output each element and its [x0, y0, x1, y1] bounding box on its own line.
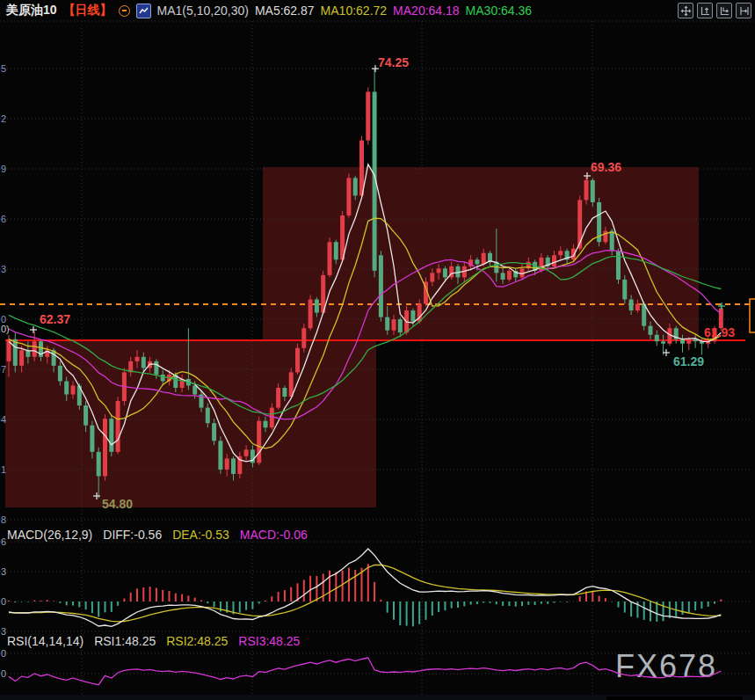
candle-body [437, 268, 441, 273]
trading-chart-window: FX67852963074186303000)74.2569.3662.3754… [0, 0, 755, 700]
move-crosshair-icon[interactable] [678, 3, 693, 18]
candle-body [83, 405, 88, 426]
candle-body [334, 242, 338, 259]
candle-body [629, 300, 634, 311]
candle-body [591, 180, 595, 202]
axis-zoom-left-icon[interactable] [697, 3, 713, 18]
candle-body [353, 178, 358, 195]
candle-body [315, 300, 319, 313]
candle-body [686, 339, 691, 344]
pan-right-icon[interactable] [736, 3, 751, 18]
candle-body [71, 385, 76, 394]
svg-text:6: 6 [1, 536, 6, 547]
extreme-high-label: 74.25 [378, 55, 409, 69]
macd-histogram [9, 564, 721, 626]
chart-canvas[interactable]: FX67852963074186303000)74.2569.3662.3754… [0, 0, 755, 700]
svg-text:9: 9 [1, 164, 6, 174]
rsi3-value: RSI3:48.25 [238, 634, 300, 648]
kline-style-icon[interactable] [136, 4, 151, 18]
candle-body [264, 421, 268, 428]
extreme-low-label: 54.80 [102, 497, 133, 511]
svg-text:0): 0) [1, 324, 10, 334]
svg-text:4: 4 [1, 414, 6, 425]
candle-body [33, 341, 37, 357]
candle-body [257, 421, 261, 463]
candle-body [610, 231, 614, 252]
macd-label-row: MACD(26,12,9) DIFF:-0.56 DEA:-0.53 MACD:… [7, 528, 308, 542]
rsi-label-row: RSI(14,14,14) RSI1:48.25 RSI2:48.25 RSI3… [7, 634, 300, 648]
swing-high-label: 69.36 [591, 160, 621, 174]
svg-text:5: 5 [1, 63, 6, 74]
candle-body [558, 251, 563, 255]
candle-body [584, 180, 589, 201]
macd-params-label: MACD(26,12,9) [7, 528, 92, 542]
candle-body [64, 381, 69, 394]
candle-body [97, 452, 101, 477]
rsi3-line [9, 658, 721, 685]
candle-body [622, 280, 627, 300]
swing-low-label: 61.29 [673, 354, 704, 368]
candle-body [680, 339, 685, 344]
horizontal-scrollbar[interactable] [0, 695, 755, 700]
candle-body [661, 341, 665, 344]
chart-toolbar [678, 3, 751, 18]
period-tab-daily[interactable]: 【日线】 [63, 3, 113, 18]
candle-body [142, 357, 146, 368]
candle-body [282, 388, 287, 397]
current-price-tag [750, 299, 755, 332]
ma20-value: MA20:64.18 [393, 4, 460, 18]
chart-header: 美原油10 【日线】 MA1(5,10,20,30) MA5:62.87 MA1… [0, 0, 755, 21]
candle-body [212, 423, 216, 441]
candle-body [410, 310, 415, 322]
svg-text:0: 0 [1, 668, 6, 679]
candle-body [309, 300, 313, 329]
candle-body [135, 357, 140, 361]
scrollbar-handle[interactable] [606, 696, 743, 700]
candle-body [301, 328, 306, 348]
candle-body [346, 178, 351, 215]
candle-body [392, 319, 396, 331]
candle-body [90, 426, 94, 452]
svg-text:3: 3 [1, 566, 6, 577]
candle-body [385, 317, 389, 331]
watermark: FX678 [615, 648, 717, 684]
candle-body [603, 231, 607, 243]
svg-text:2: 2 [1, 113, 6, 124]
candle-body [379, 255, 383, 317]
candle-body [475, 259, 479, 264]
candle-body [430, 273, 434, 281]
macd-value: MACD:-0.06 [240, 528, 308, 542]
rsi2-value: RSI2:48.25 [166, 634, 228, 648]
candle-body [577, 200, 582, 248]
ma-indicator-label: MA1(5,10,20,30) [157, 4, 249, 18]
svg-text:3: 3 [1, 264, 6, 274]
highlight-boxes [5, 167, 699, 507]
candle-body [218, 441, 222, 470]
candle-body [443, 268, 447, 277]
candle-body [231, 458, 236, 474]
axis-zoom-right-icon[interactable] [716, 3, 732, 18]
dea-value: DEA:-0.53 [172, 528, 229, 542]
candle-body [276, 388, 280, 408]
svg-text:0: 0 [1, 596, 6, 607]
candle-body [482, 253, 486, 265]
settings-circle-icon[interactable] [119, 5, 130, 17]
svg-text:8: 8 [1, 514, 6, 525]
svg-text:1: 1 [1, 464, 6, 475]
ma30-value: MA30:64.36 [466, 4, 533, 18]
candle-body [552, 255, 556, 266]
candle-body [366, 91, 370, 140]
diff-line [9, 549, 721, 626]
candle-body [244, 449, 249, 456]
candle-body [103, 419, 107, 476]
svg-text:0: 0 [1, 648, 6, 659]
dea-line [9, 565, 721, 622]
candle-body [58, 366, 62, 382]
candle-body [649, 326, 653, 335]
support-price-label: 61.93 [704, 325, 735, 339]
candle-body [192, 385, 197, 394]
rsi-params-label: RSI(14,14,14) [7, 634, 83, 648]
candle-body [616, 251, 621, 280]
ma5-value: MA5:62.87 [255, 4, 315, 18]
candle-body [109, 419, 113, 452]
